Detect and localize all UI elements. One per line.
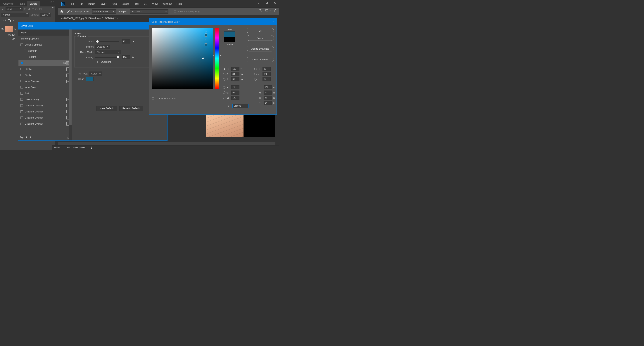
menu-view[interactable]: View xyxy=(150,2,160,6)
effect-checkbox[interactable] xyxy=(20,92,23,95)
l-input[interactable] xyxy=(262,67,270,71)
bb-input[interactable] xyxy=(231,96,240,100)
s-radio[interactable] xyxy=(223,73,226,75)
effect-row-gradient-overlay[interactable]: Gradient Overlay+ xyxy=(18,109,72,115)
c-input[interactable] xyxy=(264,85,272,89)
effect-checkbox[interactable] xyxy=(20,43,23,46)
hue-indicator[interactable] xyxy=(214,55,220,55)
visibility-icon[interactable] xyxy=(12,38,15,40)
layers-tab[interactable]: Layers xyxy=(27,1,40,6)
fx-icon[interactable]: fx▾ xyxy=(20,136,23,139)
sample-select[interactable]: All Layers xyxy=(130,9,168,14)
effect-row-inner-shadow[interactable]: Inner Shadow+ xyxy=(18,78,72,84)
home-icon[interactable] xyxy=(60,9,64,13)
layer-name[interactable]: L xyxy=(14,27,16,30)
current-color-swatch[interactable] xyxy=(224,37,235,42)
g-input[interactable] xyxy=(231,90,240,95)
menu-filter[interactable]: Filter xyxy=(131,2,142,6)
kind-filter-select[interactable]: Kind xyxy=(6,7,22,11)
move-up-icon[interactable]: ⬆ xyxy=(26,136,28,139)
zoom-level[interactable]: 100% xyxy=(54,146,60,149)
document-tab[interactable]: cat-2068462_1920.jpg @ 100% (Layer 0, RG… xyxy=(58,16,120,20)
doc-size[interactable]: Doc: 7,03M/7,03M xyxy=(66,146,85,149)
blending-options-row[interactable]: Blending Options xyxy=(18,35,72,42)
lab-b-input[interactable] xyxy=(262,77,270,81)
effect-checkbox[interactable] xyxy=(21,62,23,64)
search-icon[interactable] xyxy=(259,9,262,12)
g-radio[interactable] xyxy=(223,91,226,94)
effect-checkbox[interactable] xyxy=(20,123,23,125)
menu-type[interactable]: Type xyxy=(109,2,119,6)
effects-scrollbar[interactable] xyxy=(69,29,72,140)
effects-label[interactable]: Eff xyxy=(12,33,15,36)
move-down-icon[interactable]: ⬇ xyxy=(30,136,32,139)
screen-mode-dropdown-icon[interactable] xyxy=(269,10,271,11)
opacity-slider[interactable] xyxy=(95,57,119,58)
menu-3d[interactable]: 3D xyxy=(142,2,150,6)
s-input[interactable] xyxy=(231,72,240,76)
effect-row-inner-glow[interactable]: Inner Glow xyxy=(18,84,72,90)
effect-checkbox[interactable] xyxy=(20,116,23,119)
effect-checkbox[interactable] xyxy=(20,68,23,70)
sample-size-select[interactable]: Point Sample xyxy=(92,9,116,14)
add-to-swatches-button[interactable]: Add to Swatches xyxy=(247,46,274,51)
effect-checkbox[interactable] xyxy=(20,86,23,88)
effect-row-bevel-emboss[interactable]: Bevel & Emboss xyxy=(18,42,72,48)
menu-help[interactable]: Help xyxy=(174,2,184,6)
b-input[interactable] xyxy=(231,77,240,81)
filltype-select[interactable]: Color xyxy=(90,71,102,76)
adjustment-filter-icon[interactable] xyxy=(28,8,30,10)
type-filter-icon[interactable]: T xyxy=(32,8,34,11)
opacity-input[interactable] xyxy=(122,55,130,59)
effect-row-stroke[interactable]: Stroke+ xyxy=(18,66,72,72)
h-radio[interactable] xyxy=(223,68,226,70)
lab-b-radio[interactable] xyxy=(254,78,256,80)
menu-file[interactable]: File xyxy=(67,2,76,6)
document-tab-close-icon[interactable]: × xyxy=(117,17,118,19)
effect-checkbox[interactable] xyxy=(24,49,26,52)
window-maximize-button[interactable] xyxy=(263,0,271,5)
b-radio[interactable] xyxy=(223,78,226,80)
websafe-swatch[interactable] xyxy=(204,43,207,46)
filter-search-icon[interactable] xyxy=(2,8,4,10)
layer-thumbnail[interactable] xyxy=(5,26,13,32)
k-input[interactable] xyxy=(264,101,272,105)
gamut-swatch[interactable] xyxy=(204,34,207,37)
cancel-button[interactable]: Cancel xyxy=(247,35,274,41)
lock-transparency-icon[interactable] xyxy=(8,19,11,21)
effect-checkbox[interactable] xyxy=(20,74,23,76)
color-picker-close-icon[interactable]: × xyxy=(273,20,274,23)
horizontal-scrollbar[interactable] xyxy=(58,142,276,145)
ok-button[interactable]: OK xyxy=(247,28,274,33)
effect-checkbox[interactable] xyxy=(20,80,23,82)
effect-checkbox[interactable] xyxy=(24,56,26,58)
h-input[interactable] xyxy=(231,67,240,71)
lock-pixels-icon[interactable] xyxy=(12,19,15,21)
overprint-checkbox[interactable] xyxy=(95,61,98,63)
effect-checkbox[interactable] xyxy=(20,104,23,107)
hue-slider[interactable] xyxy=(215,28,219,89)
window-close-button[interactable] xyxy=(271,0,279,5)
styles-header[interactable]: Styles xyxy=(18,29,72,35)
blend-mode-select[interactable]: Normal xyxy=(2,13,29,17)
effect-row-satin[interactable]: Satin xyxy=(18,90,72,96)
color-field-cursor[interactable] xyxy=(202,57,204,59)
menu-select[interactable]: Select xyxy=(119,2,131,6)
effect-row-color-overlay[interactable]: Color Overlay+ xyxy=(18,96,72,102)
visibility-icon[interactable] xyxy=(8,34,11,36)
make-default-button[interactable]: Make Default xyxy=(96,106,117,111)
l-radio[interactable] xyxy=(254,68,256,70)
size-slider[interactable] xyxy=(95,41,119,42)
hex-input[interactable] xyxy=(232,104,249,108)
effect-checkbox[interactable] xyxy=(20,98,23,101)
bb-radio[interactable] xyxy=(223,97,226,99)
blendmode-select[interactable]: Normal xyxy=(95,50,121,54)
visibility-icon[interactable] xyxy=(1,28,4,30)
menu-image[interactable]: Image xyxy=(86,2,98,6)
panel-menu-icon[interactable]: ≡ xyxy=(52,6,54,9)
effect-row-stroke[interactable]: Stroke+ xyxy=(18,60,72,66)
eyedropper-tool-icon[interactable] xyxy=(66,9,70,13)
show-sampling-ring-checkbox[interactable] xyxy=(174,10,176,13)
shape-filter-icon[interactable] xyxy=(35,8,38,10)
pixel-filter-icon[interactable] xyxy=(24,8,26,10)
